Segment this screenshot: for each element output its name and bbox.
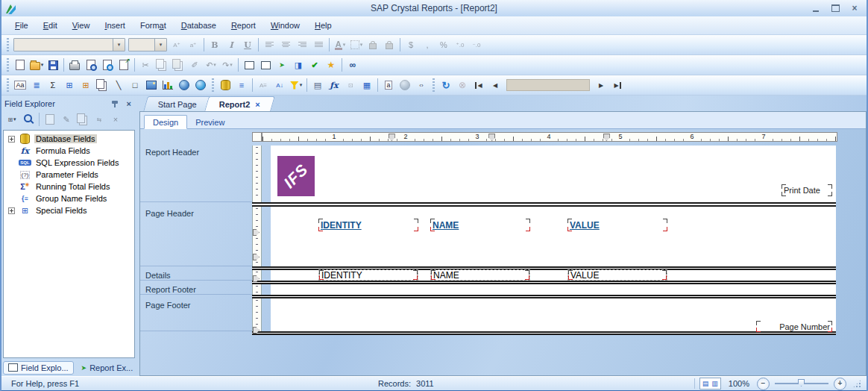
toolbar-grip[interactable] [433, 78, 435, 92]
zoom-slider-thumb[interactable] [798, 379, 805, 387]
zoom-slider[interactable] [775, 383, 828, 384]
insert-text-object-button[interactable]: Aa [13, 78, 28, 93]
close-button[interactable]: × [849, 2, 861, 14]
next-page-button[interactable]: ▶ [594, 78, 608, 93]
tab-design[interactable]: Design [144, 115, 187, 129]
insert-to-report-button[interactable]: ⊞▾ [4, 112, 19, 127]
menu-edit[interactable]: Edit [36, 19, 65, 32]
insert-line-button[interactable]: ╲ [111, 78, 126, 93]
section-label-report-header[interactable]: Report Header [140, 146, 252, 202]
section-separator[interactable] [252, 331, 836, 335]
menu-format[interactable]: Format [133, 19, 174, 32]
vertical-ruler[interactable] [252, 146, 262, 202]
resize-grip[interactable] [852, 379, 862, 389]
expand-icon[interactable] [8, 207, 15, 214]
zoom-out-button[interactable]: − [757, 378, 770, 390]
section-label-page-footer[interactable]: Page Footer [140, 298, 252, 331]
column-header-value[interactable]: VALUE [567, 219, 667, 231]
insert-group-button[interactable]: ≣ [29, 78, 44, 93]
page-number-field[interactable]: Page Number [756, 321, 832, 332]
find-button[interactable]: ∞ [345, 57, 360, 72]
dropdown-arrow-icon[interactable]: ▾ [213, 62, 216, 68]
report-header-area[interactable] [271, 146, 836, 202]
detail-field-value[interactable]: VALUE [567, 269, 667, 281]
dropdown-arrow-icon[interactable]: ▾ [300, 82, 303, 88]
report-footer-area[interactable] [271, 284, 836, 295]
refresh-button[interactable]: ↻ [438, 78, 453, 93]
tree-item-group-name-fields[interactable]: {≡Group Name Fields [4, 193, 134, 204]
insert-summary-button[interactable]: Σ [45, 78, 60, 93]
insert-map-button[interactable] [177, 78, 192, 93]
panel-close-icon[interactable]: × [125, 99, 133, 108]
restore-button[interactable] [829, 2, 841, 14]
dropdown-arrow-icon[interactable]: ▾ [343, 42, 346, 48]
browse-data-button[interactable] [21, 112, 36, 127]
vertical-ruler[interactable] [252, 284, 262, 295]
template-expert-button[interactable]: ▦ [359, 78, 374, 93]
minimize-button[interactable] [810, 2, 822, 14]
print-button[interactable] [67, 57, 82, 72]
tree-item-formula-fields[interactable]: fxFormula Fields [4, 145, 134, 157]
tree-item-sql-expression-fields[interactable]: SQLSQL Expression Fields [4, 157, 134, 169]
page-setup-button[interactable] [100, 57, 115, 72]
record-sort-expert-button[interactable]: A↓ [272, 78, 287, 93]
insert-cross-tab-button[interactable]: ⊞ [62, 78, 77, 93]
menu-help[interactable]: Help [307, 19, 339, 32]
database-expert-button[interactable] [218, 78, 233, 93]
field-explorer-button[interactable] [258, 57, 273, 72]
embedded-designer-button[interactable]: ‹› [414, 78, 429, 93]
single-page-view-button[interactable]: ▤ [702, 380, 709, 387]
toolbar-grip[interactable] [7, 78, 9, 92]
tree-item-parameter-fields[interactable]: (?)Parameter Fields [4, 169, 134, 181]
insert-box-button[interactable]: □ [128, 78, 142, 93]
tree-item-database-fields[interactable]: Database Fields [4, 133, 134, 145]
tab-close-icon[interactable]: × [255, 100, 260, 109]
open-button[interactable]: ▾ [29, 57, 44, 72]
toolbar-grip[interactable] [212, 78, 214, 92]
print-preview-button[interactable] [84, 57, 98, 72]
menu-database[interactable]: Database [174, 19, 224, 32]
zoom-in-button[interactable]: + [834, 378, 846, 390]
insert-flash-button[interactable] [193, 78, 208, 93]
column-header-identity[interactable]: IDENTITY [318, 219, 418, 231]
group-expert-button[interactable]: ≡ [234, 78, 249, 93]
repository-explorer-button[interactable]: ◨ [291, 57, 306, 72]
fit-width-view-button[interactable]: ▥ [711, 380, 718, 387]
select-expert-button[interactable]: ▾ [289, 78, 304, 93]
detail-field-name[interactable]: NAME [430, 269, 530, 281]
toolbar-grip[interactable] [7, 58, 9, 72]
section-expert-button[interactable]: ▤ [310, 78, 325, 93]
page-footer-area[interactable] [271, 298, 836, 331]
bottom-tab-field-explo-[interactable]: Field Explo... [3, 361, 74, 375]
previous-page-button[interactable]: ◀ [488, 78, 503, 93]
font-name-combo[interactable]: ▾ [13, 38, 125, 51]
detail-field-identity[interactable]: IDENTITY [318, 269, 418, 281]
insert-subreport-button[interactable] [95, 78, 110, 93]
bottom-tab-report-ex-[interactable]: ➤Report Ex... [76, 361, 139, 375]
insert-chart-button[interactable] [160, 78, 175, 93]
save-button[interactable] [45, 57, 60, 72]
section-label-details[interactable]: Details [140, 270, 252, 281]
last-page-button[interactable]: ▶ [610, 78, 625, 93]
font-size-combo[interactable]: ▾ [128, 38, 167, 51]
dropdown-arrow-icon[interactable]: ▾ [41, 62, 44, 68]
dropdown-arrow-icon[interactable]: ▾ [154, 39, 166, 51]
print-date-field[interactable]: Print Date [781, 184, 832, 196]
insert-picture-button[interactable] [144, 78, 159, 93]
tab-start-page[interactable]: Start Page [143, 96, 212, 111]
dropdown-arrow-icon[interactable]: ▾ [230, 62, 233, 68]
toggle-preview-panel-button[interactable] [242, 57, 257, 72]
insert-field-heading-button[interactable]: a [381, 78, 396, 93]
menu-report[interactable]: Report [224, 19, 263, 32]
ruler-guide-marker[interactable] [488, 134, 495, 141]
formula-workshop-button[interactable]: ƒx [327, 78, 342, 93]
first-page-button[interactable]: ◀ [471, 78, 486, 93]
section-label-report-footer[interactable]: Report Footer [140, 284, 252, 295]
page-header-area[interactable] [271, 207, 836, 266]
menu-window[interactable]: Window [263, 19, 307, 32]
ruler-guide-marker[interactable] [389, 134, 395, 141]
dropdown-arrow-icon[interactable]: ▾ [13, 116, 16, 122]
pin-icon[interactable] [112, 100, 119, 108]
vertical-ruler[interactable] [252, 298, 262, 331]
menu-file[interactable]: File [7, 19, 36, 32]
